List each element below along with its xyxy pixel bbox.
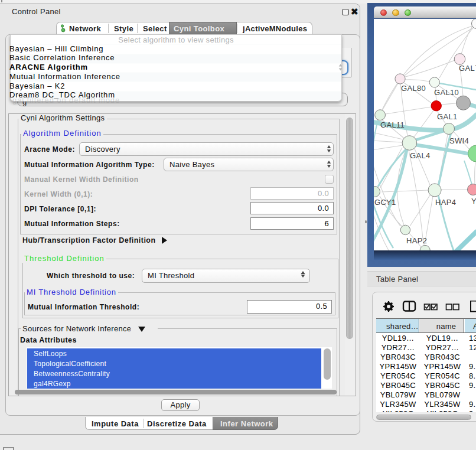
svg-text:GAL10: GAL10: [434, 88, 459, 97]
svg-text:GAL11: GAL11: [380, 120, 405, 129]
svg-text:GCY1: GCY1: [374, 198, 396, 207]
svg-text:GAL80: GAL80: [401, 84, 426, 93]
svg-text:YJ: YJ: [471, 197, 476, 206]
svg-text:SWI4: SWI4: [449, 136, 469, 145]
svg-text:GAL7: GAL7: [459, 64, 476, 73]
svg-text:HAP2: HAP2: [406, 236, 427, 245]
svg-text:HAP4: HAP4: [435, 198, 456, 207]
svg-text:GAL1: GAL1: [437, 112, 457, 121]
svg-text:GAL4: GAL4: [410, 151, 430, 160]
